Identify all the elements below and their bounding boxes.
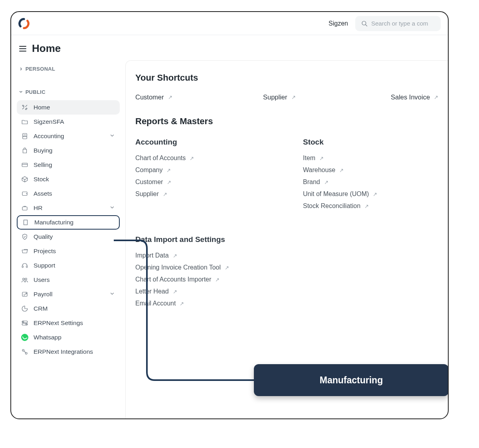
users-icon [21, 276, 29, 283]
arrow-icon: ↗ [225, 265, 229, 271]
card-icon [21, 161, 29, 168]
sidebar-item-hr[interactable]: HR [17, 201, 120, 215]
report-link[interactable]: Warehouse↗ [303, 164, 438, 176]
svg-rect-19 [26, 266, 28, 268]
sidebar-item-label: Accounting [34, 133, 104, 140]
sidebar-item-label: Stock [34, 176, 116, 183]
arrow-icon: ↗ [215, 277, 220, 283]
sidebar-section-personal[interactable]: PERSONAL [17, 62, 120, 75]
sidebar-item-label: CRM [34, 305, 116, 312]
svg-point-6 [26, 136, 26, 137]
sidebar-item-label: ERPNext Settings [34, 319, 116, 327]
sidebar-item-stock[interactable]: Stock [17, 172, 120, 186]
sidebar: PERSONAL PUBLIC HomeSigzenSFAAccountingB… [11, 58, 125, 419]
data-import-link[interactable]: Chart of Accounts Importer↗ [135, 274, 438, 285]
chevron-down-icon [109, 132, 116, 141]
arrow-icon: ↗ [190, 155, 194, 161]
sidebar-item-quality[interactable]: Quality [17, 230, 120, 244]
data-import-title: Data Import and Settings [135, 235, 438, 244]
arrow-icon: ↗ [173, 253, 177, 259]
report-link[interactable]: Supplier↗ [135, 188, 295, 200]
sidebar-item-label: Quality [34, 233, 116, 240]
sidebar-item-label: Selling [34, 161, 116, 168]
svg-rect-7 [22, 163, 28, 167]
chevron-down-icon [20, 88, 22, 95]
bag-icon [21, 147, 29, 154]
building-icon [22, 219, 30, 226]
chevron-right-icon [20, 65, 22, 72]
svg-point-25 [23, 321, 24, 323]
sidebar-item-support[interactable]: Support [17, 258, 120, 273]
data-import-link[interactable]: Email Account↗ [135, 297, 438, 309]
shortcut-supplier[interactable]: Supplier↗ [263, 91, 296, 103]
pie-icon [21, 305, 29, 312]
shortcut-sales-invoice[interactable]: Sales Invoice↗ [391, 91, 438, 103]
arrow-icon: ↗ [163, 191, 167, 197]
sidebar-item-accounting[interactable]: Accounting [17, 129, 120, 143]
search-input[interactable] [371, 20, 435, 27]
arrow-icon: ↗ [319, 155, 324, 161]
sidebar-item-buying[interactable]: Buying [17, 143, 120, 158]
sidebar-item-assets[interactable]: Assets [17, 186, 120, 201]
sidebar-section-public[interactable]: PUBLIC [17, 85, 120, 99]
tools-icon [21, 104, 29, 111]
page-title: Home [32, 42, 61, 55]
shortcut-customer[interactable]: Customer↗ [135, 91, 172, 103]
sidebar-item-home[interactable]: Home [17, 100, 120, 115]
sidebar-item-payroll[interactable]: Payroll [17, 287, 120, 301]
wallet-icon [21, 190, 29, 197]
arrow-icon: ↗ [173, 289, 177, 295]
report-link[interactable]: Item↗ [303, 152, 438, 164]
sidebar-item-label: Whatsapp [34, 334, 116, 341]
calculator-icon [21, 133, 29, 140]
integrations-icon [21, 348, 29, 355]
svg-rect-10 [22, 207, 27, 210]
app-logo[interactable] [18, 18, 30, 29]
report-link[interactable]: Company↗ [135, 164, 295, 176]
sidebar-item-erpnext-integrations[interactable]: ERPNext Integrations [17, 345, 120, 359]
arrow-icon: ↗ [324, 179, 329, 185]
shortcuts-title: Your Shortcuts [126, 73, 448, 87]
sidebar-item-crm[interactable]: CRM [17, 301, 120, 316]
folder-open-icon [21, 248, 29, 255]
sidebar-item-projects[interactable]: Projects [17, 244, 120, 258]
briefcase-icon [21, 204, 29, 212]
box-icon [21, 176, 29, 183]
data-import-link[interactable]: Import Data↗ [135, 250, 438, 262]
svg-point-0 [362, 21, 366, 25]
tenant-name[interactable]: Sigzen [329, 20, 348, 27]
sidebar-item-label: Assets [34, 190, 116, 197]
sidebar-item-label: Support [34, 262, 116, 269]
sidebar-item-whatsapp[interactable]: Whatsapp [17, 330, 120, 345]
column-title: Accounting [135, 138, 295, 147]
sidebar-item-selling[interactable]: Selling [17, 158, 120, 172]
sidebar-item-label: SigzenSFA [34, 118, 116, 125]
menu-icon[interactable] [19, 46, 26, 52]
sidebar-item-users[interactable]: Users [17, 273, 120, 287]
search-icon [361, 20, 368, 27]
arrow-icon: ↗ [291, 94, 296, 100]
data-import-link[interactable]: Letter Head↗ [135, 285, 438, 297]
report-link[interactable]: Customer↗ [135, 176, 295, 188]
payroll-icon [21, 291, 29, 298]
arrow-icon: ↗ [168, 94, 172, 100]
report-link[interactable]: Stock Reconciliation↗ [303, 200, 438, 212]
report-link[interactable]: Chart of Accounts↗ [135, 152, 295, 164]
sidebar-item-sigzensfa[interactable]: SigzenSFA [17, 115, 120, 129]
arrow-icon: ↗ [364, 203, 369, 209]
headset-icon [21, 262, 29, 269]
chevron-down-icon [109, 290, 116, 299]
svg-point-23 [26, 293, 27, 294]
sidebar-item-erpnext-settings[interactable]: ERPNext Settings [17, 316, 120, 330]
sidebar-item-label: Home [34, 104, 116, 111]
data-import-link[interactable]: Opening Invoice Creation Tool↗ [135, 262, 438, 274]
reports-title: Reports & Masters [126, 116, 448, 131]
folder-icon [21, 118, 29, 125]
sidebar-item-label: Payroll [34, 291, 104, 298]
sidebar-item-manufacturing[interactable]: Manufacturing [17, 215, 120, 230]
search-box[interactable] [355, 16, 441, 31]
arrow-icon: ↗ [167, 179, 171, 185]
report-link[interactable]: Brand↗ [303, 176, 438, 188]
report-link[interactable]: Unit of Measure (UOM)↗ [303, 188, 438, 200]
arrow-icon: ↗ [180, 301, 184, 307]
